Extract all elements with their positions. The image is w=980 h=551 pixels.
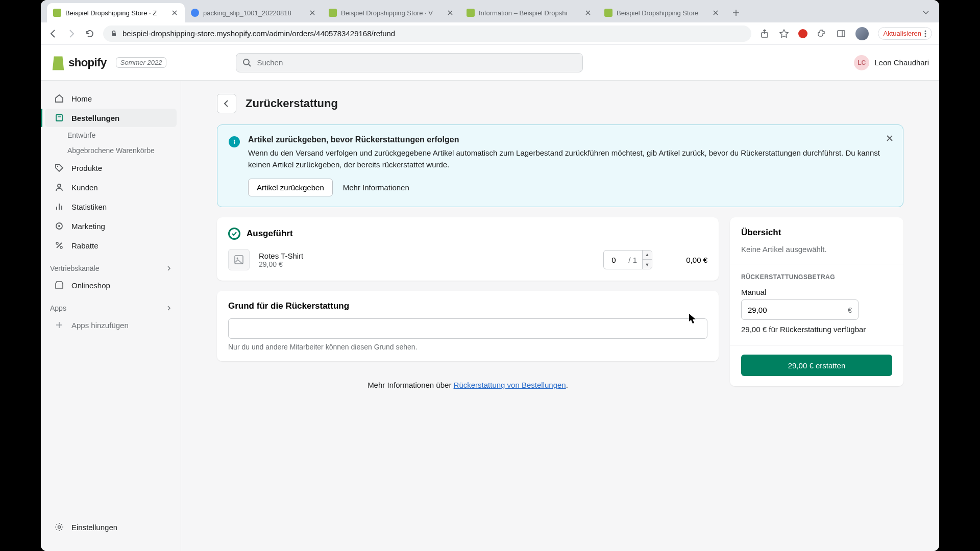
more-info-link[interactable]: Mehr Informationen [343,183,409,192]
close-icon[interactable] [884,132,896,144]
line-item: Rotes T-Shirt 29,00 € / 1 ▲ ▼ [228,249,707,270]
stepper-up-icon[interactable]: ▲ [643,250,652,260]
shopify-favicon [604,9,612,17]
reason-input[interactable] [228,318,707,339]
lock-icon [110,30,117,37]
close-icon[interactable] [170,9,179,17]
stepper-down-icon[interactable]: ▼ [643,260,652,269]
browser-tab[interactable]: Beispiel Dropshipping Store [598,3,726,22]
banner-text: Wenn du den Versand verfolgen und zurück… [248,147,892,170]
sidebar-item-products[interactable]: Produkte [45,159,177,177]
browser-tab[interactable]: Beispiel Dropshipping Store · Z [47,3,185,22]
sidebar-item-orders[interactable]: Bestellungen [45,109,177,127]
sidebar-item-onlineshop[interactable]: Onlineshop [45,276,177,294]
user-name: Leon Chaudhari [874,58,929,67]
svg-point-6 [925,35,926,37]
reload-icon[interactable] [85,29,95,39]
search-input[interactable]: Suchen [236,53,583,72]
tabs-dropdown-icon[interactable] [919,6,933,20]
shopify-logo[interactable]: shopify [51,55,107,70]
svg-point-12 [58,184,61,187]
store-icon [54,280,64,290]
summary-card: Übersicht Keine Artikel ausgewählt. RÜCK… [730,217,903,386]
new-tab-button[interactable] [729,6,743,20]
main-content: Zurückerstattung Artikel zurückgeben, be… [181,81,939,551]
sidebar-item-discounts[interactable]: Rabatte [45,236,177,255]
close-icon[interactable] [584,9,592,17]
profile-avatar[interactable] [855,27,869,40]
browser-tab[interactable]: packing_slip_1001_20220818 [185,3,323,22]
close-icon[interactable] [446,9,454,17]
shopify-favicon [329,9,337,17]
browser-tab[interactable]: Information – Beispiel Dropshi [460,3,598,22]
update-label: Aktualisieren [884,30,921,37]
url-text: beispiel-dropshipping-store.myshopify.co… [122,29,395,38]
user-menu[interactable]: LC Leon Chaudhari [854,55,929,70]
orders-icon [54,113,64,123]
forward-icon[interactable] [66,29,77,39]
back-icon[interactable] [48,29,58,39]
sidebar-item-settings[interactable]: Einstellungen [45,518,177,536]
sidebar-item-analytics[interactable]: Statistiken [45,197,177,216]
tab-title: packing_slip_1001_20220818 [203,9,304,17]
nav-label: Bestellungen [71,114,119,122]
tab-title: Information – Beispiel Dropshi [479,9,580,17]
close-icon[interactable] [308,9,316,17]
season-badge: Sommer 2022 [116,57,167,68]
update-button[interactable]: Aktualisieren [878,27,932,40]
check-icon [228,228,240,240]
svg-point-5 [925,33,926,34]
avatar: LC [854,55,869,70]
refund-button[interactable]: 29,00 € erstatten [741,355,892,376]
reason-hint: Nur du und andere Mitarbeiter können die… [228,343,707,351]
extension-icon[interactable] [798,29,807,38]
close-icon[interactable] [712,9,720,17]
svg-line-8 [249,64,251,66]
more-info-text: Mehr Informationen über Rückerstattung v… [217,381,719,389]
svg-point-25 [237,258,238,259]
share-icon[interactable] [760,29,770,39]
user-icon [54,182,64,192]
amount-input[interactable] [748,306,848,314]
svg-point-22 [234,140,235,141]
refund-docs-link[interactable]: Rückerstattung von Bestellungen [454,381,566,389]
nav-label: Kunden [71,183,98,192]
sidebar-sub-abandoned[interactable]: Abgebrochene Warenkörbe [41,143,181,158]
page-back-button[interactable] [217,94,236,113]
chevron-right-icon[interactable] [166,306,172,311]
amount-input-wrapper[interactable]: € [741,299,859,320]
panel-icon[interactable] [836,29,846,39]
browser-tab[interactable]: Beispiel Dropshipping Store · V [323,3,460,22]
banner-title: Artikel zurückgeben, bevor Rückerstattun… [248,135,892,144]
sidebar-sub-drafts[interactable]: Entwürfe [41,128,181,143]
star-icon[interactable] [779,29,789,39]
svg-rect-23 [234,141,235,144]
chevron-right-icon[interactable] [166,266,172,271]
section-title: Vertriebskanäle [50,264,100,272]
reason-title: Grund für die Rückerstattung [228,301,707,311]
url-input[interactable]: beispiel-dropshipping-store.myshopify.co… [103,26,751,42]
sidebar: Home Bestellungen Entwürfe Abgebrochene … [41,81,181,551]
info-icon [229,136,240,147]
summary-empty: Keine Artikel ausgewählt. [741,245,892,254]
extensions-icon[interactable] [817,29,827,39]
sidebar-item-marketing[interactable]: Marketing [45,217,177,235]
currency-label: € [848,306,852,314]
quantity-stepper[interactable]: / 1 ▲ ▼ [603,250,652,269]
item-price: 29,00 € [259,260,594,268]
logo-text: shopify [68,56,107,69]
summary-title: Übersicht [741,228,892,238]
nav-label: Apps hinzufügen [71,321,129,330]
tab-title: Beispiel Dropshipping Store · Z [65,9,166,17]
quantity-input[interactable] [604,256,623,264]
return-items-button[interactable]: Artikel zurückgeben [248,179,333,196]
sidebar-item-home[interactable]: Home [45,89,177,108]
nav-label: Produkte [71,164,102,172]
sidebar-item-customers[interactable]: Kunden [45,178,177,196]
sidebar-item-add-apps[interactable]: Apps hinzufügen [45,316,177,334]
page-title: Zurückerstattung [246,97,338,110]
logo-icon [51,55,65,70]
tag-icon [54,163,64,173]
svg-point-20 [60,246,62,248]
divider [730,264,903,264]
